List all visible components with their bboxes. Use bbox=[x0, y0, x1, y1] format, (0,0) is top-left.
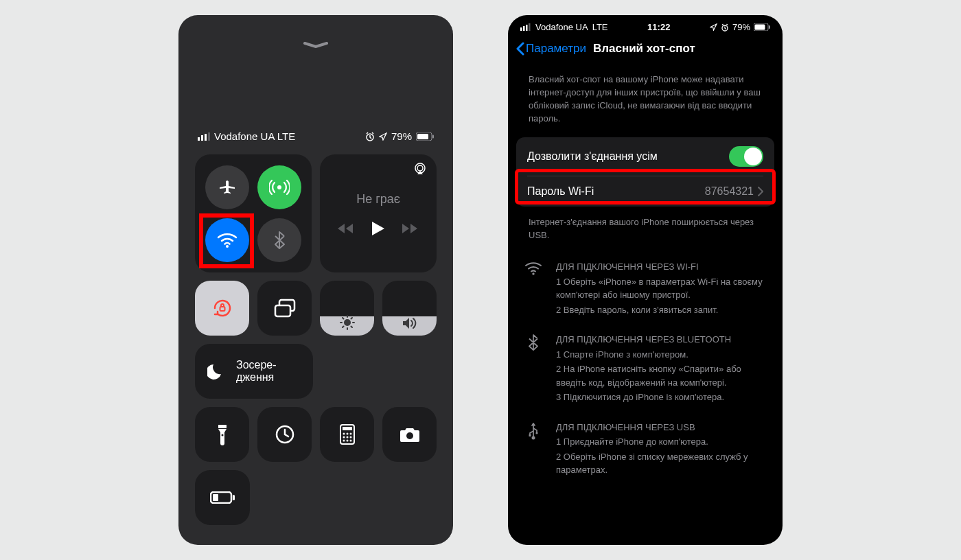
network-label: LTE bbox=[592, 22, 608, 32]
media-tile[interactable]: Не грає bbox=[320, 154, 437, 272]
svg-point-30 bbox=[406, 432, 413, 439]
wifi-inst-step2: 2 Введіть пароль, коли з'явиться запит. bbox=[556, 303, 767, 317]
connectivity-tile[interactable] bbox=[195, 154, 312, 272]
timer-icon bbox=[275, 424, 295, 445]
svg-point-15 bbox=[344, 319, 351, 326]
svg-rect-37 bbox=[529, 23, 531, 31]
airplay-icon bbox=[413, 163, 427, 175]
svg-rect-0 bbox=[198, 137, 200, 141]
airplane-button[interactable] bbox=[205, 165, 249, 209]
carrier-label: Vodafone UA bbox=[535, 22, 588, 32]
battery-icon bbox=[210, 491, 235, 504]
orientation-lock-button[interactable] bbox=[195, 281, 249, 336]
camera-icon bbox=[399, 426, 421, 443]
svg-point-44 bbox=[535, 432, 537, 434]
svg-rect-36 bbox=[526, 25, 528, 31]
svg-rect-33 bbox=[213, 494, 218, 501]
play-icon[interactable] bbox=[372, 222, 384, 235]
chevron-left-icon bbox=[516, 42, 524, 56]
status-bar: Vodafone UA LTE 11:22 79% bbox=[508, 15, 783, 32]
location-icon bbox=[710, 23, 717, 31]
flashlight-icon bbox=[217, 423, 228, 445]
camera-button[interactable] bbox=[382, 407, 437, 462]
usb-instructions: ДЛЯ ПІДКЛЮЧЕННЯ ЧЕРЕЗ USB 1 Приєднайте i… bbox=[508, 411, 783, 484]
bt-inst-step3: 3 Підключитися до iPhone із комп'ютера. bbox=[556, 390, 767, 404]
svg-point-21 bbox=[343, 433, 345, 435]
bluetooth-button[interactable] bbox=[257, 218, 301, 262]
status-left: Vodafone UA LTE bbox=[198, 130, 295, 142]
bt-inst-step2: 2 На iPhone натисніть кнопку «Спарити» а… bbox=[556, 362, 767, 389]
rewind-icon[interactable] bbox=[338, 223, 354, 234]
bluetooth-icon bbox=[529, 334, 538, 351]
cellular-icon bbox=[269, 178, 290, 196]
wifi-inst-title: ДЛЯ ПІДКЛЮЧЕННЯ ЧЕРЕЗ WI-FI bbox=[556, 260, 767, 274]
battery-icon bbox=[416, 132, 434, 141]
svg-rect-2 bbox=[205, 134, 207, 141]
svg-rect-7 bbox=[432, 135, 434, 138]
svg-point-25 bbox=[346, 436, 348, 439]
screen-mirroring-button[interactable] bbox=[257, 281, 312, 336]
signal-icon bbox=[198, 132, 210, 141]
svg-rect-34 bbox=[520, 27, 522, 31]
battery-percent: 79% bbox=[732, 22, 750, 32]
location-icon bbox=[379, 132, 387, 141]
svg-rect-16 bbox=[218, 425, 227, 428]
svg-point-26 bbox=[349, 436, 351, 439]
wifi-inst-step1: 1 Оберіть «iPhone» в параметрах Wi-Fi на… bbox=[556, 275, 767, 302]
svg-rect-32 bbox=[233, 495, 235, 500]
forward-icon[interactable] bbox=[402, 223, 419, 234]
svg-point-22 bbox=[346, 433, 348, 435]
svg-point-17 bbox=[221, 434, 223, 436]
password-highlight bbox=[515, 169, 776, 205]
status-right: 79% bbox=[365, 130, 434, 142]
timer-button[interactable] bbox=[257, 407, 312, 462]
usb-inst-step2: 2 Оберіть iPhone зі списку мережевих слу… bbox=[556, 450, 767, 477]
calculator-icon bbox=[340, 424, 355, 445]
volume-icon bbox=[402, 316, 418, 330]
screen-mirroring-icon bbox=[273, 299, 297, 318]
svg-rect-12 bbox=[220, 307, 224, 311]
control-center-screen: Vodafone UA LTE 79% bbox=[178, 15, 453, 545]
media-controls bbox=[338, 222, 419, 235]
svg-point-42 bbox=[532, 272, 534, 275]
svg-point-24 bbox=[343, 436, 345, 439]
low-power-button[interactable] bbox=[195, 470, 250, 525]
carrier-label: Vodafone UA LTE bbox=[214, 130, 295, 142]
cellular-button[interactable] bbox=[257, 165, 301, 209]
hotspot-settings-screen: Vodafone UA LTE 11:22 79% Параметри Влас… bbox=[508, 15, 783, 545]
settings-group: Дозволити з'єднання усім Пароль Wi-Fi 87… bbox=[516, 137, 774, 207]
bt-inst-title: ДЛЯ ПІДКЛЮЧЕННЯ ЧЕРЕЗ BLUETOOTH bbox=[556, 333, 767, 347]
allow-toggle[interactable] bbox=[729, 146, 763, 167]
alarm-icon bbox=[365, 132, 375, 141]
hotspot-description: Власний хот-спот на вашому iPhone може н… bbox=[508, 64, 783, 137]
battery-percent: 79% bbox=[391, 130, 412, 142]
svg-point-29 bbox=[349, 440, 351, 442]
svg-point-27 bbox=[343, 440, 345, 442]
svg-rect-45 bbox=[529, 434, 531, 436]
usb-inst-title: ДЛЯ ПІДКЛЮЧЕННЯ ЧЕРЕЗ USB bbox=[556, 421, 767, 434]
svg-rect-40 bbox=[754, 25, 765, 30]
media-title: Не грає bbox=[356, 192, 400, 207]
calculator-button[interactable] bbox=[320, 407, 374, 462]
svg-point-11 bbox=[417, 165, 423, 171]
bluetooth-instructions: ДЛЯ ПІДКЛЮЧЕННЯ ЧЕРЕЗ BLUETOOTH 1 Спарте… bbox=[508, 323, 783, 411]
airplane-icon bbox=[218, 178, 236, 196]
brightness-icon bbox=[340, 315, 355, 330]
battery-icon bbox=[754, 23, 770, 31]
brightness-slider[interactable] bbox=[320, 281, 374, 336]
nav-bar: Параметри Власний хот-спот bbox=[508, 32, 783, 64]
svg-rect-1 bbox=[201, 135, 203, 141]
back-button[interactable]: Параметри bbox=[516, 42, 586, 56]
flashlight-button[interactable] bbox=[195, 407, 249, 462]
back-label: Параметри bbox=[526, 42, 586, 56]
usb-icon bbox=[528, 422, 539, 440]
volume-slider[interactable] bbox=[382, 281, 437, 336]
signal-icon bbox=[520, 23, 531, 31]
alarm-icon bbox=[721, 23, 729, 32]
moon-icon bbox=[207, 362, 225, 380]
svg-rect-35 bbox=[523, 26, 525, 31]
focus-button[interactable]: Зосере- дження bbox=[195, 344, 313, 399]
page-title: Власний хот-спот bbox=[593, 42, 695, 56]
focus-label: Зосере- дження bbox=[236, 359, 277, 383]
svg-rect-41 bbox=[769, 25, 770, 29]
